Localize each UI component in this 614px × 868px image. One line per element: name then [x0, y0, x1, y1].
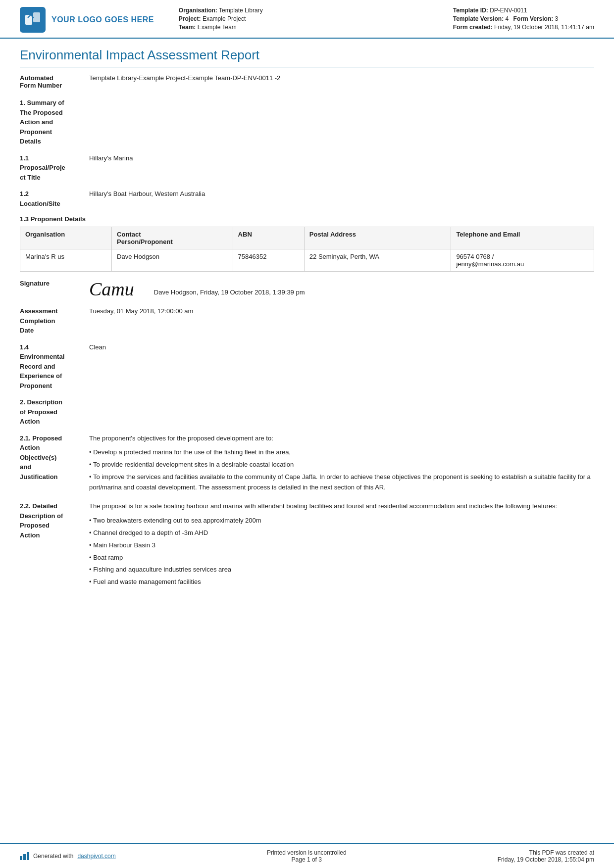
section21-content: The proponent's objectives for the propo… [89, 434, 594, 495]
section2-row: 2. Descriptionof ProposedAction [20, 397, 594, 427]
col-telephone: Telephone and Email [451, 227, 594, 249]
section12-value: Hillary's Boat Harbour, Western Australi… [89, 189, 594, 208]
team-row: Team: Example Team [179, 24, 263, 31]
section22-row: 2.2. DetailedDescription ofProposedActio… [20, 501, 594, 589]
col-organisation: Organisation [20, 227, 112, 249]
cell-telephone: 96574 0768 /jenny@marinas.com.au [451, 249, 594, 272]
signature-row: Signature Camu Dave Hodgson, Friday, 19 … [20, 280, 594, 299]
section12-row: 1.2Location/Site Hillary's Boat Harbour,… [20, 189, 594, 208]
footer-center: Printed version is uncontrolled Page 1 o… [267, 849, 347, 863]
project-label: Project: [179, 15, 201, 22]
footer: Generated with dashpivot.com Printed ver… [0, 843, 614, 868]
s22-bullet-4: • Boat ramp [89, 553, 594, 563]
assessment-date-row: AssessmentCompletionDate Tuesday, 01 May… [20, 306, 594, 336]
header-right: Template ID: DP-ENV-0011 Template Versio… [453, 7, 594, 33]
bullet-2: • To provide residential development sit… [89, 460, 594, 470]
section12-label: 1.2Location/Site [20, 189, 89, 208]
section21-label-text: 2.1. ProposedActionObjective(s)andJustif… [20, 434, 62, 481]
org-label: Organisation: [179, 7, 217, 14]
section2-label-text: 2. Descriptionof ProposedAction [20, 398, 62, 425]
org-row: Organisation: Template Library [179, 7, 263, 14]
logo-area: YOUR LOGO GOES HERE [20, 7, 154, 33]
template-version-value: 4 [506, 15, 509, 22]
section21-intro: The proponent's objectives for the propo… [89, 434, 594, 444]
uncontrolled-text: Printed version is uncontrolled [267, 849, 347, 856]
section11-label-text: 1.1Proposal/Project Title [20, 154, 65, 181]
section1-label: 1. Summary ofThe ProposedAction andPropo… [20, 98, 89, 146]
assessment-date-label: AssessmentCompletionDate [20, 306, 89, 336]
form-version-value: 3 [555, 15, 559, 22]
s22-bullet-3: • Main Harbour Basin 3 [89, 540, 594, 551]
bar3 [27, 852, 29, 860]
bullet-3: • To improve the services and facilities… [89, 472, 594, 493]
report-title: Environmental Impact Assessment Report [20, 48, 594, 67]
main-content: Environmental Impact Assessment Report A… [0, 39, 614, 843]
section22-intro: The proposal is for a safe boating harbo… [89, 501, 594, 512]
generated-text: Generated with [33, 853, 73, 860]
section2-content [89, 397, 594, 427]
footer-logo-bars [20, 852, 29, 860]
section21-label: 2.1. ProposedActionObjective(s)andJustif… [20, 434, 89, 495]
cell-abn: 75846352 [233, 249, 304, 272]
section13-heading: 1.3 Proponent Details [20, 215, 594, 223]
form-created-value: Friday, 19 October 2018, 11:41:17 am [494, 24, 594, 31]
signature-image: Camu [89, 280, 134, 298]
form-version-label: Form Version: [513, 15, 554, 22]
header-meta-left: Organisation: Template Library Project: … [179, 7, 263, 33]
form-number-row: AutomatedForm Number Template Library-Ex… [20, 74, 594, 89]
s22-bullet-5: • Fishing and aquaculture industries ser… [89, 565, 594, 575]
signature-name: Dave Hodgson, Friday, 19 October 2018, 1… [154, 280, 305, 296]
bar1 [20, 856, 22, 860]
form-created-row: Form created: Friday, 19 October 2018, 1… [453, 24, 594, 31]
section2-label: 2. Descriptionof ProposedAction [20, 397, 89, 427]
section1-label-text: 1. Summary ofThe ProposedAction andPropo… [20, 99, 64, 145]
section21-row: 2.1. ProposedActionObjective(s)andJustif… [20, 434, 594, 495]
s22-bullet-6: • Fuel and waste management facilities [89, 577, 594, 587]
assessment-date-label-text: AssessmentCompletionDate [20, 307, 58, 334]
col-abn: ABN [233, 227, 304, 249]
col-contact: ContactPerson/Proponent [112, 227, 233, 249]
cell-contact: Dave Hodgson [112, 249, 233, 272]
section1-row: 1. Summary ofThe ProposedAction andPropo… [20, 98, 594, 146]
pdf-created-label: This PDF was created at [498, 849, 594, 856]
proponent-table: Organisation ContactPerson/Proponent ABN… [20, 227, 594, 272]
template-id-value: DP-ENV-0011 [490, 7, 527, 14]
form-number-label-text: AutomatedForm Number [20, 74, 62, 89]
team-label: Team: [179, 24, 196, 31]
project-value: Example Project [203, 15, 246, 22]
footer-left: Generated with dashpivot.com [20, 852, 116, 860]
form-created-label: Form created: [453, 24, 493, 31]
section11-row: 1.1Proposal/Project Title Hillary's Mari… [20, 153, 594, 183]
s22-bullet-1: • Two breakwaters extending out to sea a… [89, 516, 594, 526]
section22-label: 2.2. DetailedDescription ofProposedActio… [20, 501, 89, 589]
logo-text: YOUR LOGO GOES HERE [51, 15, 154, 24]
table-row: Marina's R us Dave Hodgson 75846352 22 S… [20, 249, 594, 272]
template-version-row: Template Version: 4 Form Version: 3 [453, 15, 594, 22]
form-number-value: Template Library-Example Project-Example… [89, 74, 280, 89]
section22-label-text: 2.2. DetailedDescription ofProposedActio… [20, 502, 63, 539]
cell-postal: 22 Seminyak, Perth, WA [304, 249, 451, 272]
section12-label-text: 1.2Location/Site [20, 190, 60, 207]
header: YOUR LOGO GOES HERE Organisation: Templa… [0, 0, 614, 39]
team-value: Example Team [198, 24, 237, 31]
dashpivot-link[interactable]: dashpivot.com [77, 853, 115, 860]
col-postal: Postal Address [304, 227, 451, 249]
org-value: Template Library [219, 7, 263, 14]
signature-label: Signature [20, 280, 89, 287]
table-header-row: Organisation ContactPerson/Proponent ABN… [20, 227, 594, 249]
s22-bullet-2: • Channel dredged to a depth of -3m AHD [89, 528, 594, 538]
section14-value: Clean [89, 342, 594, 391]
section14-label: 1.4EnvironmentalRecord andExperience ofP… [20, 342, 89, 391]
bar2 [23, 854, 26, 860]
template-id-row: Template ID: DP-ENV-0011 [453, 7, 594, 14]
form-number-label: AutomatedForm Number [20, 74, 89, 89]
section11-label: 1.1Proposal/Project Title [20, 153, 89, 183]
section14-label-text: 1.4EnvironmentalRecord andExperience ofP… [20, 343, 64, 389]
cell-org: Marina's R us [20, 249, 112, 272]
template-version-label: Template Version: [453, 15, 504, 22]
section11-value: Hillary's Marina [89, 153, 594, 183]
svg-rect-1 [33, 12, 40, 22]
footer-right: This PDF was created at Friday, 19 Octob… [498, 849, 594, 863]
header-meta: Organisation: Template Library Project: … [164, 7, 443, 33]
signature-label-text: Signature [20, 280, 50, 287]
